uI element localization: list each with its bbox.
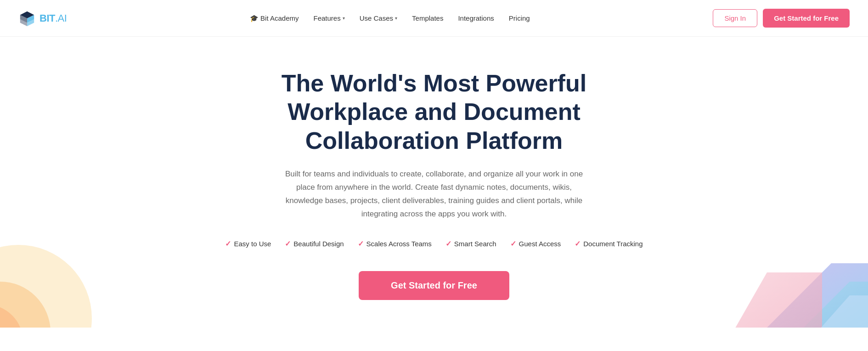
nav-item-integrations[interactable]: Integrations: [458, 14, 494, 22]
svg-marker-8: [758, 263, 868, 328]
features-row: ✓ Easy to Use ✓ Beautiful Design ✓ Scale…: [225, 239, 643, 248]
chevron-down-icon: ▾: [343, 16, 345, 21]
logo-icon: [18, 10, 36, 27]
logo-text: BIT.AI: [39, 12, 67, 24]
feature-easy-to-use: ✓ Easy to Use: [225, 239, 271, 248]
feature-guest-access: ✓ Guest Access: [510, 239, 561, 248]
signin-button[interactable]: Sign In: [713, 9, 757, 27]
hero-section: The World's Most Powerful Workplace and …: [0, 37, 868, 328]
svg-point-6: [0, 282, 51, 328]
check-icon: ✓: [358, 239, 364, 248]
check-icon: ✓: [445, 239, 451, 248]
academy-icon: 🎓: [250, 14, 259, 23]
svg-marker-10: [730, 272, 822, 328]
chevron-down-icon: ▾: [395, 16, 397, 21]
check-icon: ✓: [510, 239, 516, 248]
nav-item-academy[interactable]: 🎓 Bit Academy: [250, 14, 299, 23]
check-icon: ✓: [225, 239, 231, 248]
hero-subtitle: Built for teams and individuals to creat…: [278, 168, 590, 221]
check-icon: ✓: [575, 239, 581, 248]
feature-document-tracking: ✓ Document Tracking: [575, 239, 643, 248]
feature-smart-search: ✓ Smart Search: [445, 239, 496, 248]
get-started-hero-button[interactable]: Get Started for Free: [359, 271, 509, 300]
nav-item-pricing[interactable]: Pricing: [509, 14, 530, 22]
nav-item-templates[interactable]: Templates: [412, 14, 443, 22]
check-icon: ✓: [285, 239, 291, 248]
svg-point-7: [0, 305, 23, 328]
svg-marker-11: [813, 295, 868, 328]
hero-title: The World's Most Powerful Workplace and …: [227, 69, 641, 155]
feature-beautiful-design: ✓ Beautiful Design: [285, 239, 344, 248]
svg-point-5: [0, 245, 92, 328]
feature-scales-across-teams: ✓ Scales Across Teams: [358, 239, 432, 248]
nav-item-features[interactable]: Features ▾: [313, 14, 344, 22]
nav-links: 🎓 Bit Academy Features ▾ Use Cases ▾ Tem…: [250, 14, 530, 23]
nav-actions: Sign In Get Started for Free: [713, 9, 850, 28]
navbar: BIT.AI 🎓 Bit Academy Features ▾ Use Case…: [0, 0, 868, 37]
deco-right-shape: [730, 236, 868, 328]
get-started-nav-button[interactable]: Get Started for Free: [763, 9, 850, 28]
nav-item-use-cases[interactable]: Use Cases ▾: [360, 14, 397, 22]
logo[interactable]: BIT.AI: [18, 10, 67, 27]
deco-left-shape: [0, 213, 101, 328]
svg-marker-9: [795, 282, 868, 328]
